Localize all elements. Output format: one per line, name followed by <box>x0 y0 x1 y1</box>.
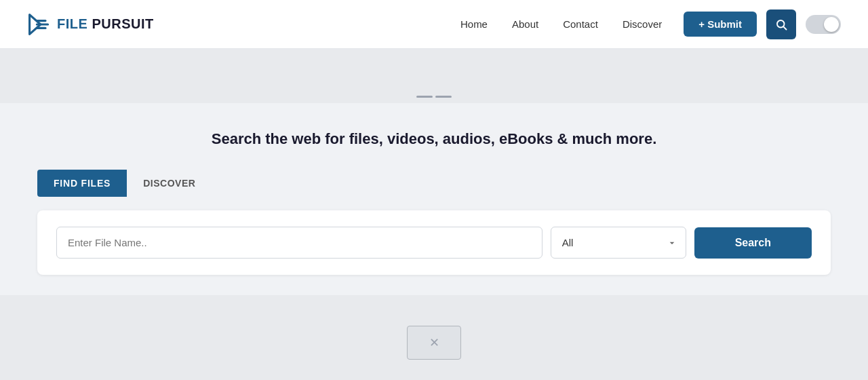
svg-line-2 <box>783 26 786 29</box>
nav-about[interactable]: About <box>512 18 538 30</box>
main-nav: Home About Contact Discover <box>460 18 662 30</box>
search-container: All Video Audio eBook Document Image Arc… <box>37 210 831 275</box>
page-dot-2 <box>435 96 452 98</box>
tab-discover[interactable]: DISCOVER <box>127 170 212 197</box>
ad-placeholder: ✕ <box>407 326 461 360</box>
ad-area: ✕ <box>0 295 868 380</box>
toggle-track <box>806 15 841 34</box>
logo[interactable]: FILE PURSUIT <box>27 12 154 37</box>
header: FILE PURSUIT Home About Contact Discover… <box>0 0 868 49</box>
search-icon <box>775 18 787 31</box>
file-type-select[interactable]: All Video Audio eBook Document Image Arc… <box>551 227 686 259</box>
header-actions: + Submit <box>684 10 841 39</box>
page-dot-1 <box>416 96 433 98</box>
top-bar <box>0 49 868 103</box>
tagline: Search the web for files, videos, audios… <box>37 130 831 148</box>
ad-close-icon[interactable]: ✕ <box>429 335 439 350</box>
dark-mode-toggle[interactable] <box>806 15 841 34</box>
nav-contact[interactable]: Contact <box>563 18 598 30</box>
toggle-thumb <box>824 17 839 32</box>
file-name-input[interactable] <box>56 227 542 259</box>
submit-button[interactable]: + Submit <box>684 12 757 37</box>
search-button[interactable]: Search <box>694 227 812 259</box>
page-indicator <box>416 96 452 98</box>
logo-text: FILE PURSUIT <box>57 16 154 32</box>
tabs: FIND FILES DISCOVER <box>37 170 831 197</box>
main-content: Search the web for files, videos, audios… <box>0 103 868 295</box>
search-icon-button[interactable] <box>766 10 796 39</box>
nav-home[interactable]: Home <box>460 18 488 30</box>
nav-discover[interactable]: Discover <box>623 18 662 30</box>
tab-find-files[interactable]: FIND FILES <box>37 170 127 197</box>
logo-icon <box>27 12 52 37</box>
